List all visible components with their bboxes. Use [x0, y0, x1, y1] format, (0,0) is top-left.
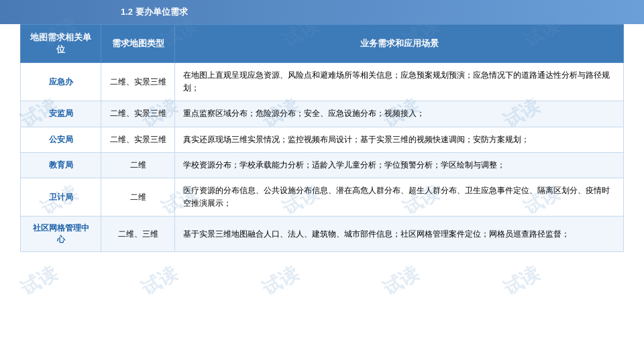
cell-unit: 社区网格管理中心 — [21, 217, 101, 252]
table-row: 公安局二维、实景三维真实还原现场三维实景情况；监控视频布局设计；基于实景三维的视… — [21, 127, 624, 152]
cell-desc: 在地图上直观呈现应急资源、风险点和避难场所等相关信息；应急预案规划预演；应急情况… — [175, 63, 624, 101]
cell-unit: 公安局 — [21, 127, 101, 152]
cell-type: 二维、三维 — [101, 217, 175, 252]
table-row: 卫计局二维医疗资源的分布信息、公共设施分布信息、潜在高危人群分布、超生人群分布、… — [21, 178, 624, 216]
cell-desc: 医疗资源的分布信息、公共设施分布信息、潜在高危人群分布、超生人群分布、卫生应急事… — [175, 178, 624, 216]
cell-type: 二维、实景三维 — [101, 101, 175, 127]
cell-desc: 重点监察区域分布；危险源分布；安全、应急设施分布；视频接入； — [175, 101, 624, 127]
table-row: 社区网格管理中心二维、三维基于实景三维地图融合人口、法人、建筑物、城市部件信息；… — [21, 217, 624, 252]
main-table: 地图需求相关单位 需求地图类型 业务需求和应用场景 应急办二维、实景三维在地图上… — [20, 24, 624, 252]
table-header-row: 地图需求相关单位 需求地图类型 业务需求和应用场景 — [21, 25, 624, 63]
cell-unit: 卫计局 — [21, 178, 101, 216]
cell-desc: 基于实景三维地图融合人口、法人、建筑物、城市部件信息；社区网格管理案件定位；网格… — [175, 217, 624, 252]
header-title: 1.2 要办单位需求 — [121, 6, 188, 18]
page: 1.2 要办单位需求 地图需求相关单位 需求地图类型 业务需求和应用场景 应急办… — [0, 0, 644, 362]
cell-type: 二维、实景三维 — [101, 63, 175, 101]
table-wrapper: 地图需求相关单位 需求地图类型 业务需求和应用场景 应急办二维、实景三维在地图上… — [0, 24, 644, 265]
header-bar: 1.2 要办单位需求 — [0, 0, 644, 24]
col-header-unit: 地图需求相关单位 — [21, 25, 101, 63]
cell-unit: 教育局 — [21, 152, 101, 178]
table-row: 安监局二维、实景三维重点监察区域分布；危险源分布；安全、应急设施分布；视频接入； — [21, 101, 624, 127]
cell-unit: 应急办 — [21, 63, 101, 101]
table-row: 应急办二维、实景三维在地图上直观呈现应急资源、风险点和避难场所等相关信息；应急预… — [21, 63, 624, 101]
cell-type: 二维 — [101, 178, 175, 216]
cell-unit: 安监局 — [21, 101, 101, 127]
cell-type: 二维、实景三维 — [101, 127, 175, 152]
table-row: 教育局二维学校资源分布；学校承载能力分析；适龄入学儿童分析；学位预警分析；学区绘… — [21, 152, 624, 178]
col-header-type: 需求地图类型 — [101, 25, 175, 63]
cell-desc: 真实还原现场三维实景情况；监控视频布局设计；基于实景三维的视频快速调阅；安防方案… — [175, 127, 624, 152]
cell-type: 二维 — [101, 152, 175, 178]
cell-desc: 学校资源分布；学校承载能力分析；适龄入学儿童分析；学位预警分析；学区绘制与调整； — [175, 152, 624, 178]
col-header-desc: 业务需求和应用场景 — [175, 25, 624, 63]
